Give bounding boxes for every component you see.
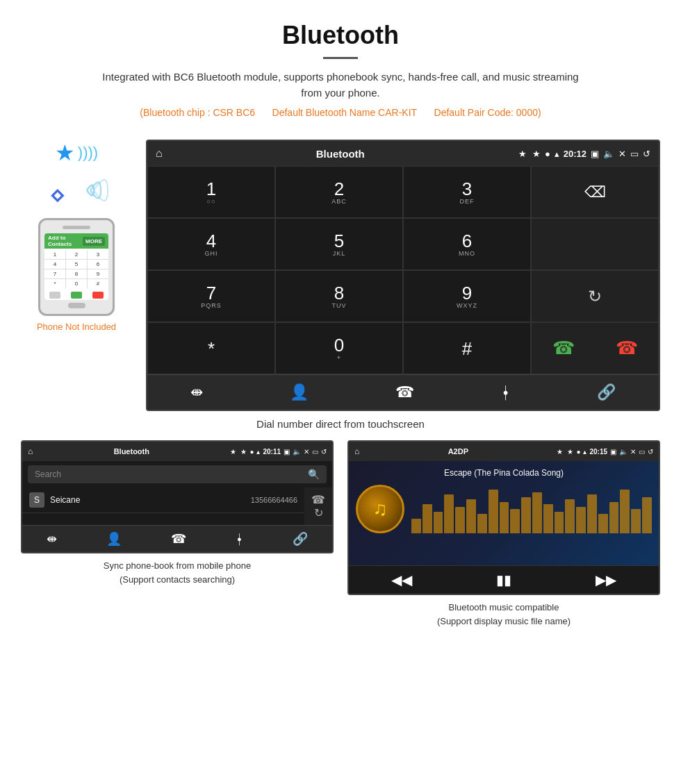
key-9-sub: WXYZ xyxy=(457,302,477,309)
dial-key-5[interactable]: 5 JKL xyxy=(275,218,403,270)
pb-win-icon: ▭ xyxy=(312,448,318,456)
page-header: Bluetooth Integrated with BC6 Bluetooth … xyxy=(0,0,681,126)
dial-key-1[interactable]: 1 ○○ xyxy=(147,166,275,218)
phonebook-side-icons: ☎ ↻ xyxy=(304,487,332,525)
dialpad-icon[interactable]: ⇼ xyxy=(190,383,203,401)
key-7-sub: PQRS xyxy=(201,302,222,309)
phone-dialpad: 1 2 3 4 5 6 7 8 9 * 0 # xyxy=(44,250,108,288)
key-5-num: 5 xyxy=(334,232,344,250)
pb-action-bar: ⇼ 👤 ☎ ⍿ 🔗 xyxy=(22,525,332,552)
music-win-icon: ▭ xyxy=(639,448,645,456)
disconnect-icon[interactable]: 🔗 xyxy=(597,383,616,401)
viz-bar xyxy=(455,507,465,534)
pb-phone-icon[interactable]: ☎ xyxy=(171,531,186,547)
pb-side-phone-icon[interactable]: ☎ xyxy=(311,493,325,506)
status-time: 20:12 xyxy=(564,149,586,159)
main-action-bar: ⇼ 👤 ☎ ⍿ 🔗 xyxy=(147,374,659,410)
answer-call-icon[interactable]: ☎ xyxy=(552,337,575,359)
phone-speaker xyxy=(63,226,90,229)
contacts-icon[interactable]: 👤 xyxy=(290,383,309,401)
viz-bar xyxy=(555,512,564,534)
contact-row[interactable]: S Seicane 13566664466 xyxy=(22,487,304,513)
dialpad-grid: 1 ○○ 2 ABC 3 DEF ⌫ 4 GHI 5 JKL xyxy=(147,166,659,374)
dial-key-4[interactable]: 4 GHI xyxy=(147,218,275,270)
phone-key-7: 7 xyxy=(44,269,65,278)
phone-action-icon[interactable]: ☎ xyxy=(395,383,414,401)
search-bar[interactable]: Search 🔍 xyxy=(28,465,327,483)
key-star-num: * xyxy=(208,340,215,358)
key-2-sub: ABC xyxy=(331,198,347,205)
pb-disconnect-icon[interactable]: 🔗 xyxy=(293,531,308,547)
viz-bar xyxy=(411,519,421,533)
usb-icon: ★ xyxy=(518,149,527,159)
prev-track-btn[interactable]: ◀◀ xyxy=(391,572,412,588)
dial-key-star[interactable]: * xyxy=(147,322,275,374)
dial-key-3[interactable]: 3 DEF xyxy=(403,166,531,218)
phone-call-btn xyxy=(71,292,82,299)
page-title: Bluetooth xyxy=(14,21,667,50)
pb-dialpad-icon[interactable]: ⇼ xyxy=(47,531,57,547)
phone-back-btn xyxy=(49,292,60,299)
phone-key-8: 8 xyxy=(66,269,87,278)
dial-key-hash[interactable]: # xyxy=(403,322,531,374)
phone-screen: Add to Contacts MORE 1 2 3 4 5 6 7 8 9 *… xyxy=(44,233,108,300)
title-divider xyxy=(323,57,358,59)
music-controls: ◀◀ ▮▮ ▶▶ xyxy=(349,565,659,594)
phone-key-3: 3 xyxy=(88,250,108,259)
phone-key-2: 2 xyxy=(66,250,87,259)
key-1-num: 1 xyxy=(206,180,216,198)
end-call-icon[interactable]: ☎ xyxy=(616,337,638,359)
dial-key-2[interactable]: 2 ABC xyxy=(275,166,403,218)
viz-bar xyxy=(444,494,454,533)
viz-bar xyxy=(598,514,608,533)
main-section: ★ )))) ⬦ Add to Contacts MORE xyxy=(0,126,681,411)
music-screen: ⌂ A2DP ★ ★ ● ▴ 20:15 ▣ 🔈 ✕ ▭ ↺ Escape (T… xyxy=(347,440,660,595)
dial-key-6[interactable]: 6 MNO xyxy=(403,218,531,270)
bluetooth-signal: ★ )))) xyxy=(55,140,98,166)
viz-bar xyxy=(576,507,586,534)
pb-bt-icon: ★ xyxy=(240,448,247,456)
main-car-screen: ⌂ Bluetooth ★ ★ ● ▴ 20:12 ▣ 🔈 ✕ ▭ ↺ 1 ○○ xyxy=(146,140,660,411)
music-content: Escape (The Pina Colada Song) ♫ xyxy=(349,461,659,565)
next-track-btn[interactable]: ▶▶ xyxy=(596,572,616,588)
dial-key-empty-r2 xyxy=(531,218,659,270)
key-8-sub: TUV xyxy=(332,302,347,309)
music-wifi-icon: ▴ xyxy=(583,448,586,456)
search-icon: 🔍 xyxy=(308,469,320,480)
viz-bar xyxy=(466,499,476,533)
bt-action-icon[interactable]: ⍿ xyxy=(501,383,510,401)
dial-key-backspace[interactable]: ⌫ xyxy=(531,166,659,218)
dial-key-9[interactable]: 9 WXYZ xyxy=(403,270,531,322)
key-4-sub: GHI xyxy=(204,250,218,257)
svg-text:⬦: ⬦ xyxy=(49,177,65,208)
pb-bt-action-icon[interactable]: ⍿ xyxy=(236,532,243,547)
bottom-panels: ⌂ Bluetooth ★ ★ ● ▴ 20:11 ▣ 🔈 ✕ ▭ ↺ Sear… xyxy=(0,440,681,649)
pb-side-reload-icon[interactable]: ↻ xyxy=(314,506,323,519)
phone-end-btn xyxy=(92,292,104,299)
key-3-sub: DEF xyxy=(460,198,475,205)
location-icon: ● xyxy=(545,149,550,159)
pb-usb-icon: ★ xyxy=(230,448,236,456)
main-caption: Dial number direct from touchscreen xyxy=(0,411,681,440)
music-home-icon[interactable]: ⌂ xyxy=(354,447,359,456)
search-placeholder: Search xyxy=(35,469,61,479)
dial-key-0[interactable]: 0 + xyxy=(275,322,403,374)
dial-key-8[interactable]: 8 TUV xyxy=(275,270,403,322)
phonebook-list: S Seicane 13566664466 xyxy=(22,487,304,525)
dial-key-7[interactable]: 7 PQRS xyxy=(147,270,275,322)
home-icon[interactable]: ⌂ xyxy=(156,147,163,160)
phonebook-caption-line2: (Support contacts searching) xyxy=(104,573,251,587)
pb-home-icon[interactable]: ⌂ xyxy=(28,447,33,456)
play-pause-btn[interactable]: ▮▮ xyxy=(496,572,511,588)
phone-key-0: 0 xyxy=(66,279,87,288)
dial-key-reload[interactable]: ↻ xyxy=(531,270,659,322)
pb-wifi-icon: ▴ xyxy=(256,448,260,456)
viz-bar xyxy=(609,502,619,534)
music-caption-line1: Bluetooth music compatible xyxy=(437,601,571,615)
main-screen-title: Bluetooth xyxy=(168,148,513,160)
music-back-icon: ↺ xyxy=(648,448,653,456)
phone-key-9: 9 xyxy=(88,269,108,278)
viz-bar xyxy=(477,514,487,533)
music-vol-icon: 🔈 xyxy=(619,448,627,456)
pb-contacts-icon[interactable]: 👤 xyxy=(106,531,122,547)
